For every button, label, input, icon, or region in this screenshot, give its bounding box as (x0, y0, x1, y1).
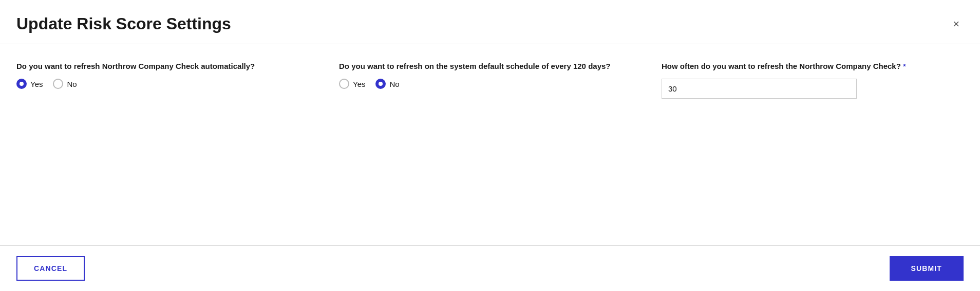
question-2-no-label: No (389, 80, 399, 88)
question-2-label: Do you want to refresh on the system def… (339, 61, 641, 71)
question-2-no-option[interactable]: No (375, 79, 399, 89)
question-1-no-label: No (67, 80, 77, 88)
submit-button[interactable]: SUBMIT (890, 256, 964, 281)
question-2-no-radio[interactable] (375, 79, 386, 89)
question-1-no-radio[interactable] (53, 79, 63, 89)
column-3: How often do you want to refresh the Nor… (662, 61, 964, 237)
close-button[interactable]: × (949, 16, 964, 32)
modal-footer: CANCEL SUBMIT (0, 245, 980, 291)
question-1-yes-label: Yes (30, 80, 43, 88)
question-2-radio-group: Yes No (339, 79, 641, 89)
question-2-yes-option[interactable]: Yes (339, 79, 365, 89)
question-1-yes-radio[interactable] (16, 79, 27, 89)
question-1-label: Do you want to refresh Northrow Company … (16, 61, 318, 71)
required-star: * (903, 62, 906, 70)
column-2: Do you want to refresh on the system def… (339, 61, 662, 237)
question-1-yes-option[interactable]: Yes (16, 79, 43, 89)
update-risk-score-modal: Update Risk Score Settings × Do you want… (0, 0, 980, 291)
modal-header: Update Risk Score Settings × (0, 0, 980, 44)
modal-title: Update Risk Score Settings (16, 14, 231, 33)
question-3-label: How often do you want to refresh the Nor… (662, 61, 964, 71)
question-2-yes-label: Yes (353, 80, 365, 88)
question-2-yes-radio[interactable] (339, 79, 349, 89)
question-1-no-option[interactable]: No (53, 79, 77, 89)
cancel-button[interactable]: CANCEL (16, 256, 85, 281)
question-1-radio-group: Yes No (16, 79, 318, 89)
modal-body: Do you want to refresh Northrow Company … (0, 44, 980, 245)
column-1: Do you want to refresh Northrow Company … (16, 61, 339, 237)
refresh-frequency-input[interactable] (662, 79, 857, 99)
